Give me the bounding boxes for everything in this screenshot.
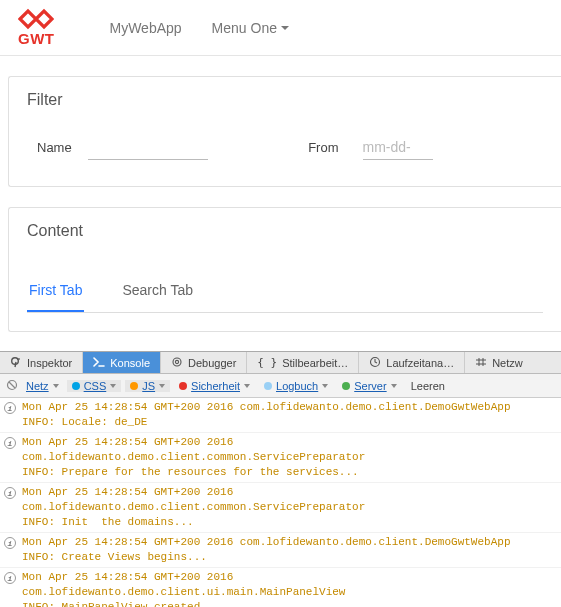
- toolbar-css-label: CSS: [84, 380, 107, 392]
- filter-name-input[interactable]: [88, 135, 208, 160]
- console-log-row[interactable]: iMon Apr 25 14:28:54 GMT+200 2016 com.lo…: [0, 398, 561, 433]
- console-log-row[interactable]: iMon Apr 25 14:28:54 GMT+200 2016 com.lo…: [0, 568, 561, 607]
- clock-icon: [369, 356, 381, 370]
- console-log-text: Mon Apr 25 14:28:54 GMT+200 2016 com.lof…: [22, 400, 510, 430]
- filter-from-input[interactable]: [363, 135, 433, 160]
- network-icon: [475, 356, 487, 370]
- toolbar-clear[interactable]: Leeren: [406, 380, 450, 392]
- console-log-text: Mon Apr 25 14:28:54 GMT+200 2016 com.lof…: [22, 570, 555, 607]
- debugger-icon: [171, 356, 183, 370]
- filter-name-label: Name: [37, 140, 72, 155]
- devtools-tab-inspector-label: Inspektor: [27, 357, 72, 369]
- toolbar-log[interactable]: Logbuch: [259, 380, 333, 392]
- console-log-text: Mon Apr 25 14:28:54 GMT+200 2016 com.lof…: [22, 535, 510, 565]
- filter-from-label: From: [308, 140, 338, 155]
- tab-first[interactable]: First Tab: [27, 272, 84, 312]
- chevron-down-icon: [110, 384, 116, 388]
- devtools-tab-inspector[interactable]: Inspektor: [0, 352, 83, 373]
- filter-title: Filter: [9, 77, 561, 115]
- devtools-tabs: Inspektor Konsole Debugger { } Stilbearb…: [0, 352, 561, 374]
- svg-point-1: [173, 358, 181, 366]
- devtools-tab-perf[interactable]: Laufzeitana…: [359, 352, 465, 373]
- console-log-row[interactable]: iMon Apr 25 14:28:54 GMT+200 2016 com.lo…: [0, 483, 561, 533]
- tab-search[interactable]: Search Tab: [120, 272, 195, 312]
- devtools: Inspektor Konsole Debugger { } Stilbearb…: [0, 351, 561, 607]
- toolbar-js-label: JS: [142, 380, 155, 392]
- toolbar-security-label: Sicherheit: [191, 380, 240, 392]
- filter-name-field: Name: [37, 135, 208, 160]
- navbar: GWT MyWebApp Menu One: [0, 0, 561, 56]
- svg-point-2: [175, 360, 178, 363]
- chevron-down-icon: [53, 384, 59, 388]
- console-output[interactable]: iMon Apr 25 14:28:54 GMT+200 2016 com.lo…: [0, 398, 561, 607]
- dot-icon: [130, 382, 138, 390]
- filter-panel: Filter Name From: [8, 76, 561, 187]
- info-icon: i: [4, 537, 16, 549]
- dot-icon: [179, 382, 187, 390]
- dot-icon: [264, 382, 272, 390]
- content-title: Content: [9, 208, 561, 246]
- toolbar-net-select[interactable]: Netz: [22, 380, 63, 392]
- content-tabs: First Tab Search Tab: [27, 272, 543, 313]
- info-icon: i: [4, 402, 16, 414]
- toolbar-security[interactable]: Sicherheit: [174, 380, 255, 392]
- toolbar-log-label: Logbuch: [276, 380, 318, 392]
- console-log-row[interactable]: iMon Apr 25 14:28:54 GMT+200 2016 com.lo…: [0, 433, 561, 483]
- svg-line-5: [9, 382, 15, 388]
- chevron-down-icon: [281, 26, 289, 30]
- toolbar-net-label: Netz: [26, 380, 49, 392]
- toolbar-server-label: Server: [354, 380, 386, 392]
- devtools-toolbar: Netz CSS JS Sicherheit Logbuch Server: [0, 374, 561, 398]
- devtools-tab-network-label: Netzw: [492, 357, 523, 369]
- dot-icon: [342, 382, 350, 390]
- info-icon: i: [4, 437, 16, 449]
- devtools-tab-perf-label: Laufzeitana…: [386, 357, 454, 369]
- chevron-down-icon: [391, 384, 397, 388]
- gwt-logo-icon: [18, 8, 54, 30]
- nav-mywebapp-label: MyWebApp: [110, 20, 182, 36]
- info-icon: i: [4, 572, 16, 584]
- trash-icon[interactable]: [6, 379, 18, 393]
- styles-icon: { }: [257, 356, 277, 369]
- console-log-text: Mon Apr 25 14:28:54 GMT+200 2016 com.lof…: [22, 435, 555, 480]
- console-log-text: Mon Apr 25 14:28:54 GMT+200 2016 com.lof…: [22, 485, 555, 530]
- console-log-row[interactable]: iMon Apr 25 14:28:54 GMT+200 2016 com.lo…: [0, 533, 561, 568]
- nav-menu-one-label: Menu One: [212, 20, 277, 36]
- devtools-tab-debugger-label: Debugger: [188, 357, 236, 369]
- nav-menu-one[interactable]: Menu One: [212, 20, 289, 36]
- console-icon: [93, 356, 105, 370]
- devtools-tab-styles[interactable]: { } Stilbearbeit…: [247, 352, 359, 373]
- devtools-tab-console-label: Konsole: [110, 357, 150, 369]
- dot-icon: [72, 382, 80, 390]
- toolbar-css[interactable]: CSS: [67, 380, 122, 392]
- devtools-tab-styles-label: Stilbearbeit…: [282, 357, 348, 369]
- chevron-down-icon: [322, 384, 328, 388]
- devtools-tab-debugger[interactable]: Debugger: [161, 352, 247, 373]
- filter-from-field: From: [308, 135, 432, 160]
- toolbar-js[interactable]: JS: [125, 380, 170, 392]
- chevron-down-icon: [159, 384, 165, 388]
- devtools-tab-network[interactable]: Netzw: [465, 352, 533, 373]
- info-icon: i: [4, 487, 16, 499]
- content-panel: Content First Tab Search Tab: [8, 207, 561, 332]
- chevron-down-icon: [244, 384, 250, 388]
- brand[interactable]: GWT: [18, 8, 55, 47]
- brand-text: GWT: [18, 30, 55, 47]
- toolbar-server[interactable]: Server: [337, 380, 401, 392]
- devtools-tab-console[interactable]: Konsole: [83, 352, 161, 373]
- inspector-icon: [10, 356, 22, 370]
- toolbar-clear-label: Leeren: [411, 380, 445, 392]
- nav-mywebapp[interactable]: MyWebApp: [110, 20, 182, 36]
